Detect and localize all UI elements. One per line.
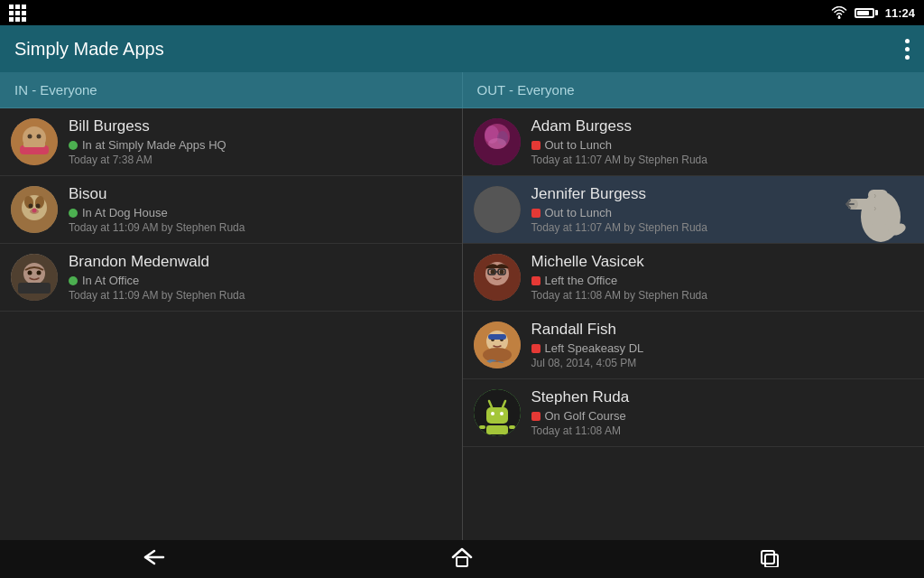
avatar-bisou [11,186,58,233]
svg-rect-52 [486,425,508,434]
svg-point-19 [37,271,42,275]
person-time-stephen: Today at 11:08 AM [531,424,914,437]
person-item-bill[interactable]: Bill Burgess In at Simply Made Apps HQ T… [0,108,462,176]
avatar-jennifer [474,186,521,233]
person-info-bisou: Bisou In At Dog House Today at 11:09 AM … [69,185,451,234]
person-status-bisou: In At Dog House [69,206,451,219]
in-list: Bill Burgess In at Simply Made Apps HQ T… [0,108,463,540]
wifi-icon [831,6,847,19]
person-status-michelle: Left the Office [531,274,914,287]
person-item-bisou[interactable]: Bisou In At Dog House Today at 11:09 AM … [0,176,462,244]
svg-point-44 [483,348,512,362]
person-info-brandon: Brandon Medenwald In At Office Today at … [69,253,451,302]
avatar-bill [11,118,58,165]
svg-point-16 [23,263,45,284]
menu-dot [905,55,910,60]
svg-point-24 [488,138,506,149]
avatar-michelle [474,254,521,301]
person-time-bisou: Today at 11:09 AM by Stephen Ruda [69,221,451,234]
person-time-jennifer: Today at 11:07 AM by Stephen Ruda [531,221,914,234]
person-item-jennifer[interactable]: Jennifer Burgess Out to Lunch Today at 1… [463,176,925,244]
status-dot-jennifer [531,209,541,218]
svg-point-12 [36,204,41,209]
status-left-icons [9,5,26,22]
person-status-randall: Left Speakeasy DL [531,341,914,355]
person-name-jennifer: Jennifer Burgess [531,185,914,203]
svg-point-50 [491,412,494,415]
svg-rect-53 [479,425,485,429]
person-time-bill: Today at 7:38 AM [69,154,451,166]
svg-point-14 [32,209,37,213]
person-item-michelle[interactable]: Michelle Vasicek Left the Office Today a… [463,244,925,312]
out-column-header: OUT - Everyone [463,72,925,108]
grid-icon [9,5,26,22]
content-area: Bill Burgess In at Simply Made Apps HQ T… [0,108,924,540]
status-dot-stephen [531,412,541,421]
person-info-jennifer: Jennifer Burgess Out to Lunch Today at 1… [531,185,914,234]
person-name-bisou: Bisou [69,185,451,203]
recent-apps-button[interactable] [730,542,809,576]
person-info-michelle: Michelle Vasicek Left the Office Today a… [531,253,914,302]
svg-rect-57 [765,555,778,567]
svg-point-11 [29,204,33,209]
app-bar: Simply Made Apps [0,25,924,72]
out-list: Adam Burgess Out to Lunch Today at 11:07… [463,108,925,540]
avatar-randall [474,322,521,368]
person-name-adam: Adam Burgess [531,117,914,135]
person-item-stephen[interactable]: Stephen Ruda On Golf Course Today at 11:… [463,379,925,447]
avatar-adam [474,118,521,165]
menu-dot [905,39,910,43]
person-info-stephen: Stephen Ruda On Golf Course Today at 11:… [531,388,914,437]
avatar-brandon [11,254,58,301]
person-name-brandon: Brandon Medenwald [69,253,451,271]
svg-rect-55 [457,557,467,566]
person-status-brandon: In At Office [69,274,451,287]
status-bar: 11:24 [0,0,924,25]
svg-point-3 [28,135,32,139]
svg-point-18 [28,271,32,275]
person-status-bill: In at Simply Made Apps HQ [69,138,451,152]
more-options-button[interactable] [905,39,910,60]
svg-rect-6 [23,142,45,147]
person-status-adam: Out to Lunch [531,138,914,152]
status-dot-brandon [69,276,78,285]
home-button[interactable] [422,541,502,577]
svg-point-35 [490,270,494,275]
status-dot-randall [531,344,541,353]
status-dot-adam [531,141,541,150]
svg-point-36 [499,270,504,275]
person-info-bill: Bill Burgess In at Simply Made Apps HQ T… [69,117,451,166]
person-time-brandon: Today at 11:09 AM by Stephen Ruda [69,289,451,302]
person-time-adam: Today at 11:07 AM by Stephen Ruda [531,154,914,166]
in-column-header: IN - Everyone [0,72,463,108]
person-name-michelle: Michelle Vasicek [531,253,914,271]
person-time-michelle: Today at 11:08 AM by Stephen Ruda [531,289,914,302]
navigation-bar [0,540,924,578]
person-item-brandon[interactable]: Brandon Medenwald In At Office Today at … [0,244,462,312]
person-status-jennifer: Out to Lunch [531,206,914,219]
app-title: Simply Made Apps [14,39,164,60]
person-name-stephen: Stephen Ruda [531,388,914,406]
status-dot-bisou [69,209,78,218]
menu-dot [905,47,910,51]
person-item-randall[interactable]: Randall Fish Left Speakeasy DL Jul 08, 2… [463,312,925,379]
svg-point-51 [500,412,504,415]
column-headers: IN - Everyone OUT - Everyone [0,72,924,108]
status-time: 11:24 [885,6,915,20]
svg-rect-45 [488,334,506,340]
svg-point-0 [837,16,840,19]
status-right-icons: 11:24 [831,6,915,20]
person-name-bill: Bill Burgess [69,117,451,135]
svg-point-4 [37,135,42,139]
status-dot-bill [69,141,78,150]
avatar-stephen [474,389,521,436]
person-info-randall: Randall Fish Left Speakeasy DL Jul 08, 2… [531,321,914,369]
battery-icon [855,8,878,18]
status-dot-michelle [531,276,541,285]
back-button[interactable] [115,542,194,576]
svg-point-25 [474,186,521,233]
svg-rect-47 [486,407,508,424]
person-item-adam[interactable]: Adam Burgess Out to Lunch Today at 11:07… [463,108,925,176]
svg-rect-56 [762,551,774,564]
person-time-randall: Jul 08, 2014, 4:05 PM [531,357,914,369]
